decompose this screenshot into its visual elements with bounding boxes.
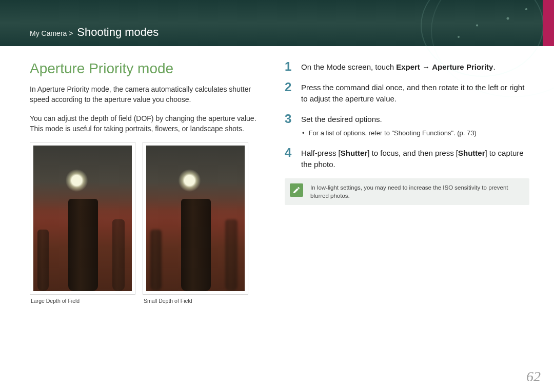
photo-large-dof [33,146,132,291]
step-body: Set the desired options. • For a list of… [301,113,529,139]
example-image-large-dof: Large Depth of Field [30,142,135,304]
step-number: 3 [285,113,295,125]
image-caption: Large Depth of Field [30,298,135,304]
step-item: 3 Set the desired options. • For a list … [285,113,529,139]
pen-icon [290,183,303,197]
breadcrumb-title: Shooting modes [77,26,159,38]
sub-bullet: • For a list of options, refer to "Shoot… [301,129,529,138]
step-item: 2 Press the command dial once, and then … [285,81,529,105]
step-number: 2 [285,81,295,93]
side-tab [543,0,554,46]
photo-small-dof [146,146,245,291]
step-body: Press the command dial once, and then ro… [301,81,529,105]
intro-paragraph: You can adjust the depth of field (DOF) … [30,113,264,134]
decor-dots [436,0,539,46]
intro-paragraph: In Aperture Priority mode, the camera au… [30,84,264,105]
breadcrumb-parent: My Camera > [30,29,73,37]
page-number: 62 [526,368,541,385]
example-image-small-dof: Small Depth of Field [143,142,248,304]
left-column: Aperture Priority mode In Aperture Prior… [30,60,264,304]
image-caption: Small Depth of Field [143,298,248,304]
step-number: 1 [285,60,295,73]
step-body: On the Mode screen, touch Expert → Apert… [301,60,529,73]
steps-list: 1 On the Mode screen, touch Expert → Ape… [285,60,529,170]
page-content: Aperture Priority mode In Aperture Prior… [0,46,554,304]
section-title: Aperture Priority mode [30,60,264,77]
step-body: Half-press [Shutter] to focus, and then … [301,147,529,170]
step-item: 1 On the Mode screen, touch Expert → Ape… [285,60,529,73]
note-box: In low-light settings, you may need to i… [285,178,529,205]
page-header: My Camera > Shooting modes [0,0,554,46]
step-number: 4 [285,147,295,159]
right-column: 1 On the Mode screen, touch Expert → Ape… [285,60,529,304]
note-text: In low-light settings, you may need to i… [310,183,522,200]
example-images-row: Large Depth of Field Small Depth of Fiel… [30,142,264,304]
bullet-dot: • [302,129,305,138]
step-item: 4 Half-press [Shutter] to focus, and the… [285,147,529,170]
breadcrumb: My Camera > Shooting modes [30,26,159,39]
